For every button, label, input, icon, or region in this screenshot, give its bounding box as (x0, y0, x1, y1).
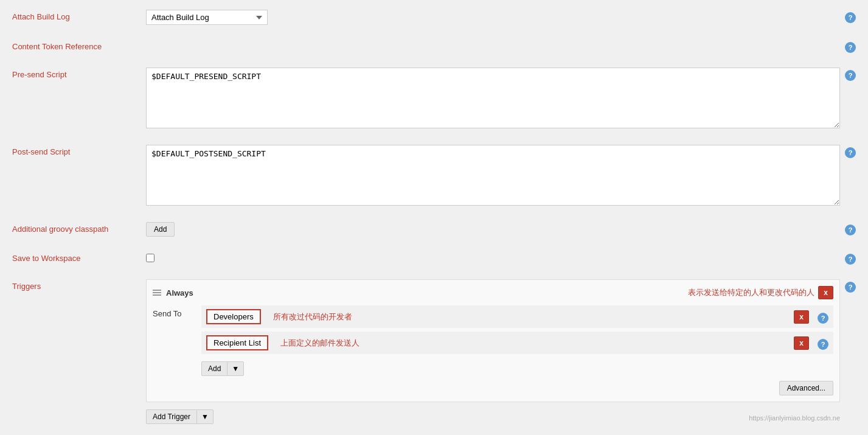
developers-badge[interactable]: Developers (206, 309, 261, 324)
always-label: Always (166, 288, 193, 298)
recipient-list-annotation: 上面定义的邮件发送人 (280, 338, 359, 349)
attach-build-log-control: Attach Build Log No Compress (146, 10, 840, 25)
add-trigger-row: Add Trigger ▼ https://jianlyimiao.blog.c… (146, 409, 840, 424)
save-to-workspace-row: Save to Workspace ? (12, 248, 856, 268)
recipient-list-badge[interactable]: Recipient List (206, 335, 268, 350)
save-to-workspace-control (146, 251, 840, 264)
post-send-script-textarea[interactable]: $DEFAULT_POSTSEND_SCRIPT (146, 145, 840, 206)
developers-actions: x ? (794, 310, 828, 324)
pre-send-script-label: Pre-send Script (12, 68, 146, 79)
add-recipient-split-button: Add ▼ (201, 361, 244, 376)
developers-annotation: 所有改过代码的开发者 (273, 311, 352, 322)
remove-always-button[interactable]: x (818, 286, 833, 299)
attach-build-log-row: Attach Build Log Attach Build Log No Com… (12, 6, 856, 29)
form-container: Attach Build Log Attach Build Log No Com… (0, 0, 868, 435)
advanced-button[interactable]: Advanced... (779, 381, 833, 395)
post-send-script-help-icon[interactable]: ? (845, 147, 856, 158)
content-token-reference-help-icon[interactable]: ? (845, 42, 856, 53)
pre-send-script-textarea[interactable]: $DEFAULT_PRESEND_SCRIPT (146, 68, 840, 128)
add-recipient-caret-button[interactable]: ▼ (227, 361, 244, 376)
pre-send-script-control: $DEFAULT_PRESEND_SCRIPT (146, 68, 840, 130)
attach-build-log-help-icon[interactable]: ? (845, 12, 856, 23)
additional-groovy-classpath-label: Additional groovy classpath (12, 222, 146, 234)
add-recipient-button[interactable]: Add (201, 361, 227, 376)
content-token-reference-label: Content Token Reference (12, 40, 146, 51)
developers-help-icon[interactable]: ? (818, 313, 828, 324)
add-trigger-caret-button[interactable]: ▼ (196, 409, 214, 424)
recipient-list-actions: x ? (794, 336, 828, 350)
triggers-label: Triggers (12, 279, 146, 291)
save-to-workspace-checkbox[interactable] (146, 254, 155, 262)
send-to-items: Developers 所有改过代码的开发者 x ? Recipient List (201, 305, 833, 376)
add-trigger-split-button: Add Trigger ▼ (146, 409, 214, 424)
send-to-label: Send To (153, 305, 201, 318)
attach-build-log-select[interactable]: Attach Build Log No Compress (146, 10, 268, 25)
trigger-footer: Advanced... (153, 381, 833, 395)
always-title: Always (153, 288, 193, 298)
additional-groovy-classpath-row: Additional groovy classpath Add ? (12, 218, 856, 240)
post-send-script-label: Post-send Script (12, 145, 146, 156)
triggers-help-icon[interactable]: ? (845, 282, 856, 293)
list-item: Recipient List 上面定义的邮件发送人 x ? (201, 332, 833, 354)
triggers-box: Always 表示发送给特定的人和更改代码的人 x Send To (146, 279, 840, 402)
send-to-row: Send To Developers 所有改过代码的开发者 x ? (153, 305, 833, 376)
watermark: https://jianlyimiao.blog.csdn.ne (749, 414, 840, 422)
remove-developers-button[interactable]: x (794, 310, 809, 324)
attach-build-log-label: Attach Build Log (12, 10, 146, 21)
drag-handle-icon[interactable] (153, 290, 161, 296)
triggers-row: Triggers Always 表示发送给特定的人和更改代码的人 x (12, 276, 856, 428)
pre-send-script-help-icon[interactable]: ? (845, 70, 856, 81)
pre-send-script-row: Pre-send Script $DEFAULT_PRESEND_SCRIPT … (12, 64, 856, 134)
post-send-script-row: Post-send Script $DEFAULT_POSTSEND_SCRIP… (12, 141, 856, 211)
additional-groovy-classpath-help-icon[interactable]: ? (845, 224, 856, 235)
content-token-reference-row: Content Token Reference ? (12, 36, 856, 57)
always-header: Always 表示发送给特定的人和更改代码的人 x (153, 286, 833, 299)
save-to-workspace-label: Save to Workspace (12, 251, 146, 263)
triggers-control: Always 表示发送给特定的人和更改代码的人 x Send To (146, 279, 840, 424)
always-annotation: 表示发送给特定的人和更改代码的人 (688, 287, 814, 298)
post-send-script-control: $DEFAULT_POSTSEND_SCRIPT (146, 145, 840, 207)
add-trigger-button[interactable]: Add Trigger (146, 409, 196, 424)
add-classpath-button[interactable]: Add (146, 222, 175, 237)
list-item: Developers 所有改过代码的开发者 x ? (201, 305, 833, 328)
additional-groovy-classpath-control: Add (146, 222, 840, 237)
save-to-workspace-help-icon[interactable]: ? (845, 254, 856, 265)
recipient-list-help-icon[interactable]: ? (818, 339, 828, 350)
remove-recipient-list-button[interactable]: x (794, 336, 809, 350)
